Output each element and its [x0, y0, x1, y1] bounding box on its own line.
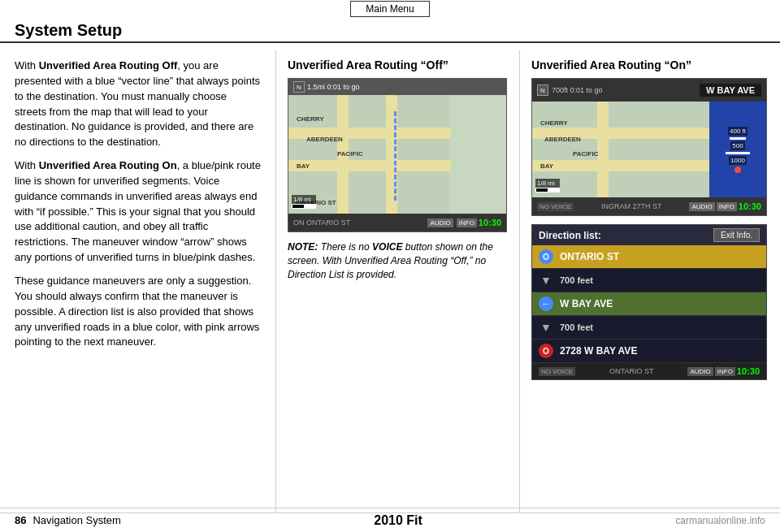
- rmap-scale-bar: 1/8 mi: [535, 179, 560, 192]
- map-top-bar: N 1.5mi 0:01 to go: [288, 79, 506, 95]
- right-col-title: Unverified Area Routing “On”: [531, 58, 769, 71]
- rmap-time: 10:30: [739, 201, 761, 211]
- dir-arrow-2: ▼: [539, 273, 553, 288]
- dir-item-5: O 2728 W BAY AVE: [532, 340, 766, 363]
- rmap-voice-btn[interactable]: NO VOICE: [537, 202, 574, 211]
- scale-1000: 1000: [729, 156, 747, 165]
- footer-page-number: 86: [15, 514, 26, 526]
- rmap-bottom-bar: NO VOICE INGRAM 27TH ST AUDIO INFO 10:30: [532, 197, 766, 215]
- footer-nav-label: Navigation System: [32, 514, 120, 526]
- dir-item-1: O ONTARIO ST: [532, 245, 766, 269]
- dir-icon-3: ←: [539, 296, 553, 311]
- map-routing-on: N 700ft 0:01 to go W BAY AVE CHERRY PACI…: [531, 78, 767, 216]
- label-cherry: CHERRY: [297, 115, 323, 123]
- map-time: 10:30: [479, 218, 501, 227]
- rmap-label-pacific: PACIFIC: [573, 150, 598, 158]
- rmap-icon: N: [537, 84, 548, 96]
- dir-audio-btn[interactable]: AUDIO: [687, 367, 713, 376]
- rmap-top-bar: N 700ft 0:01 to go W BAY AVE: [532, 79, 766, 102]
- rmap-label-bay: BAY: [540, 162, 553, 170]
- dir-arrow-4: ▼: [539, 320, 553, 335]
- audio-button[interactable]: AUDIO: [427, 218, 453, 227]
- label-aberdeen: ABERDEEN: [306, 136, 343, 143]
- road-bay: [288, 160, 451, 171]
- scale-400ft: 400 ft: [728, 127, 748, 136]
- header-section: System Setup: [0, 18, 780, 43]
- direction-list-box: Direction list: Exit Info. O ONTARIO ST …: [531, 224, 767, 380]
- rmap-street-name: W BAY AVE: [700, 84, 761, 97]
- para2: With Unverified Area Routing On, a blue/…: [15, 158, 261, 266]
- dir-list-header: Direction list: Exit Info.: [532, 225, 766, 245]
- rmap-bottom-street: INGRAM 27TH ST: [601, 202, 662, 210]
- label-pacific: PACIFIC: [337, 150, 362, 158]
- footer-website: carmanualonline.info: [675, 515, 765, 526]
- note-section: NOTE: There is no VOICE button shown on …: [288, 240, 508, 281]
- rmap-road-h2: [532, 160, 709, 171]
- middle-column: Unverified Area Routing “Off” N 1.5mi 0:…: [276, 50, 520, 513]
- mid-col-title: Unverified Area Routing “Off”: [288, 58, 508, 71]
- info-button[interactable]: INFO: [457, 218, 477, 227]
- dir-icon-1: O: [539, 249, 553, 264]
- map-dist-text: 1.5mi 0:01 to go: [307, 83, 360, 91]
- content-area: With Unverified Area Routing Off, you ar…: [0, 50, 780, 513]
- footer-model: 2010 Fit: [374, 513, 422, 528]
- dir-item-4: ▼ 700 feet: [532, 316, 766, 340]
- rmap-route-box: 400 ft 500 1000: [709, 102, 766, 197]
- dir-item-3: ← W BAY AVE: [532, 292, 766, 316]
- dir-text-1: ONTARIO ST: [560, 251, 619, 262]
- label-bay: BAY: [297, 162, 310, 170]
- footer: 86 Navigation System 2010 Fit carmanualo…: [0, 508, 780, 532]
- dir-bottom-time: 10:30: [737, 366, 760, 376]
- page-title: System Setup: [0, 18, 780, 43]
- top-menu-bar: Main Menu: [0, 0, 780, 18]
- map-icon: N: [293, 81, 305, 93]
- rmap-destination-dot: [734, 167, 741, 173]
- rmap-label-cherry: CHERRY: [540, 119, 567, 127]
- scale-500: 500: [730, 141, 744, 150]
- dir-no-voice[interactable]: NO VOICE: [539, 367, 575, 376]
- dir-icon-5: O: [539, 344, 553, 358]
- map-routing-off: N 1.5mi 0:01 to go CHERRY PACIFIC BAY AB…: [288, 78, 507, 232]
- main-menu-button[interactable]: Main Menu: [350, 1, 429, 17]
- rmap-audio-btn[interactable]: AUDIO: [689, 202, 714, 211]
- dir-bottom-street: ONTARIO ST: [609, 367, 653, 375]
- dir-text-3: W BAY AVE: [560, 298, 613, 309]
- para1: With Unverified Area Routing Off, you ar…: [15, 58, 261, 150]
- rmap-label-aberdeen: ABERDEEN: [544, 136, 581, 143]
- route-line: [394, 111, 396, 201]
- rmap-road-v1: [597, 102, 609, 197]
- map-street-label: ON ONTARIO ST: [293, 218, 350, 227]
- dir-exit-button[interactable]: Exit Info.: [713, 228, 760, 242]
- dir-list-header-text: Direction list:: [539, 230, 601, 241]
- rmap-dist-info: 700ft 0:01 to go: [552, 86, 603, 94]
- dir-bottom-bar: NO VOICE ONTARIO ST AUDIO INFO 10:30: [532, 363, 766, 379]
- scale-bar: 1/8 mi: [292, 195, 316, 209]
- left-column: With Unverified Area Routing Off, you ar…: [0, 50, 276, 513]
- map-bottom-bar: ON ONTARIO ST AUDIO INFO 10:30: [288, 214, 506, 231]
- rmap-info-btn[interactable]: INFO: [717, 202, 737, 211]
- dir-text-5: 2728 W BAY AVE: [560, 345, 637, 357]
- dir-item-2: ▼ 700 feet: [532, 269, 766, 292]
- dir-text-4: 700 feet: [560, 322, 593, 332]
- right-column: Unverified Area Routing “On” N 700ft 0:0…: [520, 50, 780, 513]
- para3: These guidance maneuvers are only a sugg…: [15, 274, 261, 350]
- dir-info-btn[interactable]: INFO: [715, 367, 735, 376]
- dir-text-2: 700 feet: [560, 275, 593, 285]
